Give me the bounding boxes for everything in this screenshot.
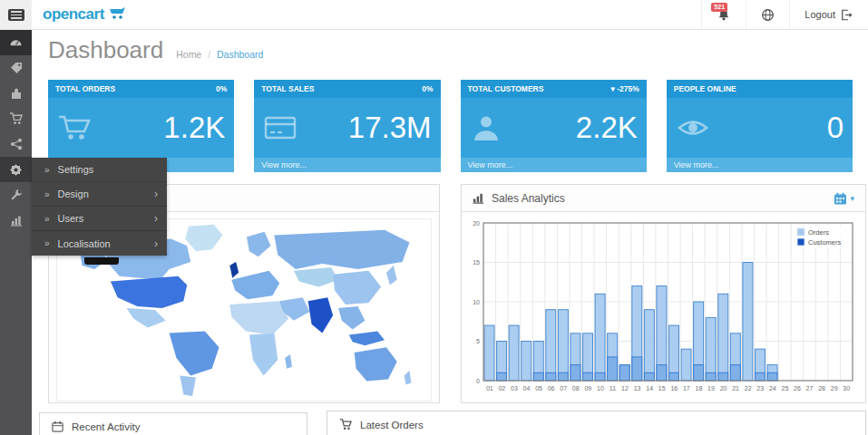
tile-value: 2.2K: [576, 111, 638, 145]
svg-text:29: 29: [831, 385, 838, 392]
logout-icon: [841, 9, 853, 21]
sidebar-item-extensions[interactable]: [0, 81, 32, 106]
svg-text:11: 11: [610, 385, 616, 392]
notifications-button[interactable]: 521: [701, 0, 746, 29]
top-bar: opencart 521 Logout: [0, 0, 868, 30]
svg-text:17: 17: [683, 385, 690, 392]
reports-chart-icon: [10, 214, 23, 227]
tile-percent-badge: ▾ -275%: [611, 84, 639, 93]
sidebar-item-sales[interactable]: [0, 106, 32, 131]
svg-text:Customers: Customers: [808, 238, 842, 246]
tile-value: 1.2K: [163, 111, 225, 145]
tile-title: TOTAL CUSTOMERS: [468, 84, 544, 93]
svg-text:26: 26: [794, 385, 801, 392]
svg-text:0: 0: [476, 378, 480, 384]
map-region-russia[interactable]: [274, 230, 409, 269]
svg-text:10: 10: [473, 299, 480, 305]
panel-title: Latest Orders: [360, 420, 424, 430]
svg-text:07: 07: [560, 385, 567, 392]
svg-text:14: 14: [646, 385, 653, 392]
bar-chart-icon: [473, 192, 484, 204]
svg-text:04: 04: [523, 385, 531, 392]
view-more-link[interactable]: View more...: [254, 158, 440, 172]
tile-people-online: PEOPLE ONLINE 0 View more...: [667, 80, 853, 172]
latest-orders-panel: Latest Orders: [327, 411, 866, 435]
menu-toggle-button[interactable]: [0, 0, 32, 30]
opencart-logo[interactable]: opencart: [32, 0, 140, 29]
svg-text:18: 18: [696, 385, 703, 392]
tools-wrench-icon: [10, 188, 23, 201]
sidebar-item-dashboard[interactable]: [0, 30, 32, 55]
sales-analytics-chart: 0102030405060708091011121314151617181920…: [465, 216, 862, 397]
system-flyout-menu: » Settings » Design › » Users › » Locali…: [32, 158, 167, 256]
credit-card-icon: [263, 114, 297, 141]
svg-text:20: 20: [473, 220, 480, 227]
tile-value: 0: [827, 111, 844, 145]
svg-text:05: 05: [535, 385, 542, 392]
menu-shadow-tab: [84, 257, 119, 265]
menu-item-design[interactable]: » Design ›: [32, 182, 167, 207]
page-header: Dashboard Home / Dashboard: [48, 36, 263, 64]
svg-text:02: 02: [498, 385, 505, 392]
sidebar-item-catalog[interactable]: [0, 55, 32, 81]
svg-text:22: 22: [745, 385, 752, 392]
calendar-icon: [52, 420, 63, 432]
svg-text:09: 09: [584, 385, 591, 392]
double-chevron-icon: »: [44, 165, 50, 175]
globe-icon: [761, 8, 775, 22]
tile-title: TOTAL ORDERS: [55, 84, 115, 93]
cart-icon: [339, 419, 352, 430]
menu-item-label: Design: [58, 188, 146, 199]
view-more-link[interactable]: View more...: [461, 158, 647, 172]
svg-text:06: 06: [548, 385, 555, 392]
breadcrumb-home-link[interactable]: Home: [176, 49, 201, 60]
view-more-link[interactable]: View more...: [667, 158, 853, 172]
caret-down-icon: ▾: [611, 84, 615, 93]
marketing-share-icon: [10, 138, 23, 150]
system-gear-icon: [9, 163, 23, 177]
sidebar-item-tools[interactable]: [0, 182, 32, 208]
svg-text:01: 01: [486, 385, 493, 392]
double-chevron-icon: »: [44, 189, 50, 199]
svg-text:25: 25: [781, 385, 788, 392]
logo-text: opencart: [43, 5, 104, 24]
menu-item-label: Localisation: [58, 238, 146, 249]
tile-title: TOTAL SALES: [261, 84, 314, 93]
opencart-cart-icon: [109, 7, 129, 22]
logout-button[interactable]: Logout: [789, 0, 868, 29]
svg-text:24: 24: [769, 385, 776, 392]
chevron-right-icon: ›: [154, 237, 158, 250]
breadcrumb-current-link[interactable]: Dashboard: [217, 49, 263, 60]
menu-item-localisation[interactable]: » Localisation ›: [32, 231, 167, 256]
eye-icon: [676, 115, 710, 140]
svg-text:12: 12: [621, 385, 629, 392]
panel-title: Sales Analytics: [492, 192, 565, 205]
dashboard-icon: [9, 36, 23, 50]
catalog-tag-icon: [10, 62, 23, 74]
sidebar-item-reports[interactable]: [0, 208, 32, 233]
double-chevron-icon: »: [44, 214, 50, 224]
menu-toggle-icon: [8, 9, 24, 21]
breadcrumb: Home / Dashboard: [176, 49, 263, 60]
sales-cart-icon: [9, 112, 23, 125]
sidebar-item-system[interactable]: [0, 157, 32, 182]
svg-text:15: 15: [473, 259, 480, 266]
page-title: Dashboard: [48, 36, 163, 64]
double-chevron-icon: »: [44, 238, 50, 248]
tile-value: 17.3M: [348, 111, 432, 145]
sidebar-item-marketing[interactable]: [0, 131, 32, 157]
caret-down-icon: ▾: [850, 194, 854, 203]
date-range-dropdown[interactable]: ▾: [834, 192, 854, 205]
calendar-icon: [834, 192, 847, 205]
sales-analytics-panel: Sales Analytics ▾ 0102030405060708091011…: [461, 184, 866, 403]
menu-item-settings[interactable]: » Settings: [32, 158, 167, 182]
language-button[interactable]: [746, 0, 789, 29]
logout-label: Logout: [805, 9, 835, 20]
svg-text:19: 19: [707, 385, 715, 392]
svg-text:23: 23: [756, 385, 764, 392]
menu-item-label: Settings: [58, 164, 158, 175]
menu-item-users[interactable]: » Users ›: [32, 207, 167, 231]
recent-activity-panel: Recent Activity: [39, 412, 307, 435]
user-icon: [470, 114, 502, 141]
svg-text:03: 03: [511, 385, 518, 392]
